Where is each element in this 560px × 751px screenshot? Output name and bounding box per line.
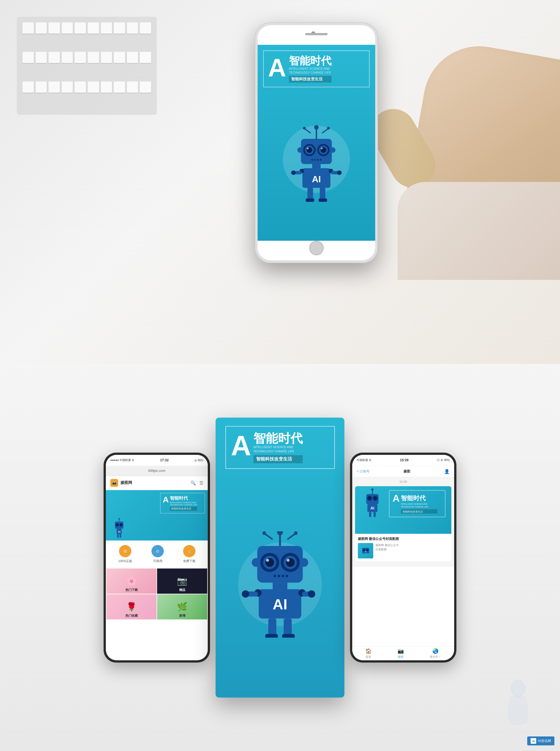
svg-rect-77 (265, 634, 278, 637)
banner-title-box: A 智能时代 INTELLIGENT SCIENCE AND TECHNOLOG… (160, 493, 205, 514)
subtitle-cn: 智能科技改变生活 (289, 76, 332, 83)
svg-rect-89 (374, 512, 376, 517)
right-status-bar: 中国联通 令 15:39 ◎ 令 90% (352, 455, 454, 466)
grid-label-new: 新增 (157, 613, 207, 618)
grid-item-jingpin[interactable]: 📷 精品 (157, 568, 207, 594)
svg-point-101 (511, 680, 525, 697)
key (48, 22, 60, 34)
svg-point-74 (308, 590, 315, 597)
robot-area: AI (263, 90, 369, 235)
vase-decoration (504, 677, 532, 729)
url-text: 699pic.com (148, 469, 165, 473)
svg-rect-44 (120, 534, 121, 538)
key (88, 22, 99, 34)
svg-point-61 (278, 575, 280, 577)
key (62, 22, 73, 34)
icon-keshangyong[interactable]: ⊙ 可商用 (152, 545, 164, 563)
card-thumb-row: AI 摄图网 微信公众号封面配图 (358, 543, 448, 559)
svg-point-14 (321, 147, 323, 149)
key (36, 81, 47, 93)
svg-line-49 (287, 534, 295, 540)
svg-point-10 (307, 147, 308, 149)
main-title-cn: 智能时代 (289, 55, 332, 67)
tab-genzhe[interactable]: 🏠 跟看 (365, 648, 372, 659)
svg-rect-78 (282, 634, 295, 637)
right-status-signal: 中国联通 令 (357, 458, 372, 462)
watermark-text: AI资讯网 (538, 739, 551, 744)
key (22, 52, 34, 63)
right-status-battery: ◎ 令 90% (437, 458, 450, 462)
svg-text:INTELLIGENT SCIENCE AND: INTELLIGENT SCIENCE AND (401, 503, 427, 505)
svg-text:智能时代: 智能时代 (401, 494, 426, 502)
banner-card[interactable]: AI A 智能时代 INTELLIGENT SCIENCE AND TECHNO… (355, 486, 452, 561)
key (36, 52, 47, 63)
phone-home-button[interactable] (309, 241, 324, 255)
subtitle-en-line1: INTELLIGENT SCIENCE AND (289, 67, 332, 71)
svg-text:AI: AI (312, 174, 321, 184)
key (114, 52, 125, 63)
grid-item-hotdownload[interactable]: 🌸 热门下载 (106, 568, 157, 594)
profile-icon[interactable]: 👤 (444, 469, 450, 474)
grid-item-new[interactable]: 🌿 新增 (157, 594, 207, 620)
key (127, 81, 138, 93)
key (140, 81, 151, 93)
url-bar[interactable]: 699pic.com (106, 466, 208, 476)
menu-icon[interactable]: ☰ (199, 480, 203, 486)
key (88, 52, 99, 63)
ai-letter-a: A (268, 55, 286, 80)
svg-point-16 (314, 159, 316, 161)
svg-text:AI: AI (532, 740, 535, 743)
svg-point-73 (242, 590, 249, 597)
genzhe-label: 跟看 (366, 655, 371, 659)
svg-point-35 (118, 518, 120, 520)
subscription-header: < 订阅号 摄图 👤 (352, 466, 454, 477)
phone-frame: A 智能时代 INTELLIGENT SCIENCE AND TECHNOLOG… (255, 22, 378, 263)
icon-zhengban[interactable]: © 100%正版 (118, 545, 132, 563)
ai-title-box: A 智能时代 INTELLIGENT SCIENCE AND TECHNOLOG… (263, 50, 369, 87)
right-phone-mockup: 中国联通 令 15:39 ◎ 令 90% < 订阅号 摄图 👤 15:00 (350, 453, 456, 663)
subtitle-en-line2: TECHNOLOGY CHANGE LIFE (289, 71, 332, 75)
grid-label-hotcollect: 热门收藏 (106, 613, 157, 618)
svg-rect-76 (284, 618, 292, 635)
svg-point-20 (330, 147, 336, 153)
svg-point-46 (277, 531, 283, 535)
svg-rect-43 (117, 534, 119, 538)
kanshijie-icon: 🌏 (432, 648, 439, 654)
right-status-time: 15:39 (400, 458, 408, 462)
svg-point-5 (327, 127, 330, 129)
svg-point-85 (374, 497, 377, 500)
svg-point-64 (252, 558, 260, 567)
search-icon[interactable]: 🔍 (191, 480, 196, 486)
zhengban-icon: © (119, 545, 131, 557)
svg-text:AI: AI (365, 551, 366, 552)
poster-cn-sub: 智能科技改变生活 (254, 455, 303, 463)
mini-robot-left: AI (110, 518, 128, 541)
poster-robot-area: AI (216, 472, 344, 697)
shetu-label: 摄图 (398, 655, 403, 659)
svg-point-80 (371, 488, 374, 491)
bottom-tab-bar: 🏠 跟看 📷 摄图 🌏 看世界！ (352, 646, 454, 660)
shetu-icon: 📷 (398, 648, 404, 654)
svg-rect-32 (306, 199, 314, 202)
svg-point-3 (303, 127, 306, 129)
svg-point-60 (274, 575, 276, 577)
tab-shetu[interactable]: 📷 摄图 (398, 648, 404, 659)
svg-point-17 (317, 159, 319, 161)
grid-item-hotcollect[interactable]: 🌹 热门收藏 (106, 594, 157, 620)
back-button[interactable]: < 订阅号 (357, 469, 369, 474)
svg-text:TECHNOLOGY CHANGE LIFE: TECHNOLOGY CHANGE LIFE (401, 506, 428, 508)
key (75, 52, 86, 63)
svg-point-59 (287, 559, 289, 562)
svg-text:智能科技改变生活: 智能科技改变生活 (403, 510, 423, 513)
icon-mianfei[interactable]: ↓ 免费下载 (183, 545, 196, 563)
svg-point-83 (368, 497, 371, 500)
key (62, 81, 73, 93)
sub-title-center: 摄图 (403, 469, 410, 474)
tab-kanshijie[interactable]: 🌏 看世界！ (430, 648, 441, 659)
grid-label-hotdownload: 热门下载 (106, 588, 157, 592)
screen-content: A 智能时代 INTELLIGENT SCIENCE AND TECHNOLOG… (258, 45, 375, 241)
svg-rect-88 (369, 512, 371, 517)
svg-point-50 (294, 531, 298, 535)
right-banner-img: AI A 智能时代 INTELLIGENT SCIENCE AND TECHNO… (355, 486, 452, 534)
svg-rect-30 (307, 188, 313, 199)
